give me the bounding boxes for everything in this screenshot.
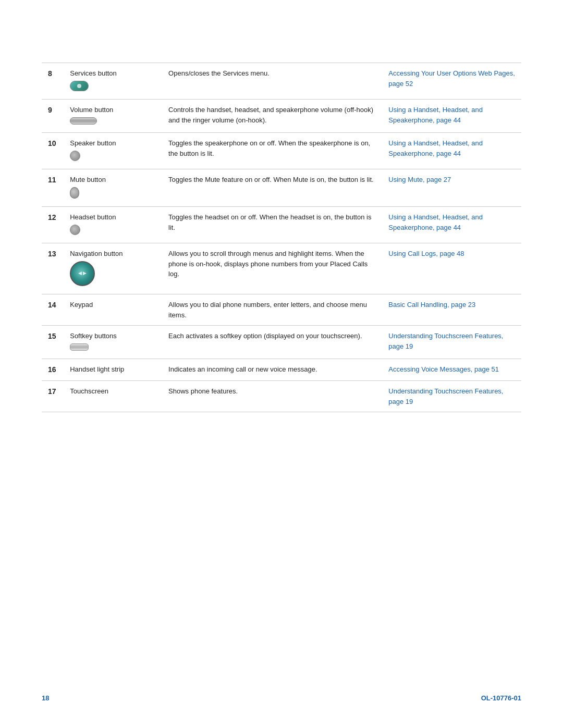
row-link-anchor[interactable]: Using Mute, page 27 [388,176,451,183]
table-row: 12Headset buttonToggles the headset on o… [42,207,521,243]
row-item-name: Headset button [64,207,162,243]
row-item-name: Services button [64,63,162,100]
row-item-name: Mute button [64,169,162,207]
table-row: 14KeypadAllows you to dial phone numbers… [42,294,521,326]
table-row: 15Softkey buttonsEach activates a softke… [42,326,521,359]
row-link[interactable]: Accessing Your User Options Web Pages, p… [382,63,521,100]
row-item-name: Speaker button [64,133,162,169]
row-description: Allows you to dial phone numbers, enter … [162,294,382,326]
doc-number: OL-10776-01 [481,694,521,702]
page-footer: 18 OL-10776-01 [42,694,521,702]
row-description: Toggles the speakerphone on or off. When… [162,133,382,169]
mute-icon [70,187,79,199]
speaker-icon [70,151,80,161]
row-number: 9 [42,100,64,133]
table-row: 11Mute buttonToggles the Mute feature on… [42,169,521,207]
row-number: 17 [42,381,64,412]
nav-icon [70,261,95,286]
row-link[interactable]: Using a Handset, Headset, and Speakerpho… [382,207,521,243]
row-link-anchor[interactable]: Accessing Your User Options Web Pages, p… [388,69,515,88]
table-row: 16Handset light stripIndicates an incomi… [42,359,521,381]
row-description: Indicates an incoming call or new voice … [162,359,382,381]
row-link[interactable]: Using a Handset, Headset, and Speakerpho… [382,133,521,169]
headset-icon [70,225,80,235]
row-link-anchor[interactable]: Using a Handset, Headset, and Speakerpho… [388,213,483,231]
row-number: 12 [42,207,64,243]
row-description: Toggles the headset on or off. When the … [162,207,382,243]
row-link[interactable]: Using Mute, page 27 [382,169,521,207]
row-item-name: Navigation button [64,243,162,294]
row-number: 14 [42,294,64,326]
table-row: 10Speaker buttonToggles the speakerphone… [42,133,521,169]
reference-table: 8Services buttonOpens/closes the Service… [42,63,521,412]
row-link[interactable]: Accessing Voice Messages, page 51 [382,359,521,381]
table-row: 8Services buttonOpens/closes the Service… [42,63,521,100]
row-description: Shows phone features. [162,381,382,412]
row-link-anchor[interactable]: Using a Handset, Headset, and Speakerpho… [388,106,483,124]
row-description: Allows you to scroll through menus and h… [162,243,382,294]
row-item-name: Softkey buttons [64,326,162,359]
row-description: Each activates a softkey option (display… [162,326,382,359]
row-number: 11 [42,169,64,207]
page-number: 18 [42,694,49,702]
row-description: Controls the handset, headset, and speak… [162,100,382,133]
table-row: 9Volume buttonControls the handset, head… [42,100,521,133]
row-number: 15 [42,326,64,359]
row-link[interactable]: Using Call Logs, page 48 [382,243,521,294]
row-link-anchor[interactable]: Accessing Voice Messages, page 51 [388,365,499,373]
row-item-name: Volume button [64,100,162,133]
row-link-anchor[interactable]: Basic Call Handling, page 23 [388,301,475,309]
row-link[interactable]: Using a Handset, Headset, and Speakerpho… [382,100,521,133]
row-item-name: Handset light strip [64,359,162,381]
row-number: 13 [42,243,64,294]
volume-icon [70,117,97,125]
row-link[interactable]: Understanding Touchscreen Features, page… [382,381,521,412]
row-link-anchor[interactable]: Understanding Touchscreen Features, page… [388,332,503,350]
row-link[interactable]: Understanding Touchscreen Features, page… [382,326,521,359]
row-number: 8 [42,63,64,100]
page-container: 8Services buttonOpens/closes the Service… [0,0,563,728]
row-number: 16 [42,359,64,381]
row-item-name: Touchscreen [64,381,162,412]
row-description: Toggles the Mute feature on or off. When… [162,169,382,207]
row-description: Opens/closes the Services menu. [162,63,382,100]
softkey-icon [70,343,89,351]
row-link-anchor[interactable]: Using a Handset, Headset, and Speakerpho… [388,139,483,157]
row-link-anchor[interactable]: Using Call Logs, page 48 [388,250,464,257]
table-row: 13Navigation buttonAllows you to scroll … [42,243,521,294]
row-item-name: Keypad [64,294,162,326]
row-link-anchor[interactable]: Understanding Touchscreen Features, page… [388,387,503,405]
services-icon [70,81,89,91]
row-number: 10 [42,133,64,169]
row-link[interactable]: Basic Call Handling, page 23 [382,294,521,326]
table-row: 17TouchscreenShows phone features.Unders… [42,381,521,412]
